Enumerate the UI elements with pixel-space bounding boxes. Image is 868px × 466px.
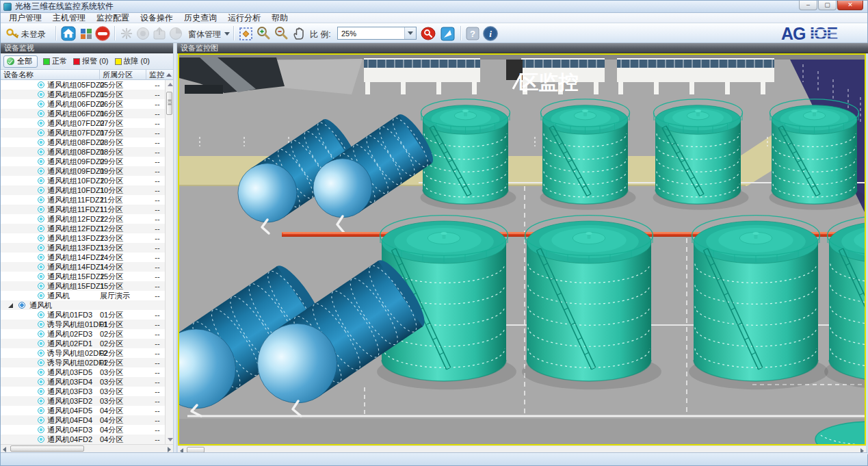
storage-tank-teal[interactable] xyxy=(824,216,865,390)
menu-item-run-analysis[interactable]: 运行分析 xyxy=(222,13,266,23)
storage-tank-teal[interactable] xyxy=(770,99,865,210)
zoom-in-icon[interactable] xyxy=(255,25,272,42)
device-row[interactable]: 通风机组12FDZ212分区-- xyxy=(1,214,165,224)
column-zone[interactable]: 所属分区 xyxy=(100,70,146,80)
select-region-icon[interactable] xyxy=(237,25,254,42)
window-manage-button[interactable]: 窗体管理 xyxy=(188,29,221,40)
device-list-vertical-scrollbar[interactable] xyxy=(165,80,173,444)
filter-fault[interactable]: 故障 (0) xyxy=(115,56,150,66)
device-name: 通风机组05FDZ1 xyxy=(47,90,105,99)
home-icon[interactable] xyxy=(60,25,77,42)
filter-label: 全部 xyxy=(17,56,32,66)
device-row[interactable]: 诱导风机组02DF202分区-- xyxy=(1,348,165,358)
filter-normal[interactable]: 正常 xyxy=(43,56,67,66)
info-icon[interactable]: i xyxy=(482,25,499,42)
device-status-icon xyxy=(38,177,44,184)
minimize-button[interactable]: – xyxy=(799,1,817,10)
device-zone: 13分区 xyxy=(100,233,123,243)
device-row[interactable]: 通风机组15FDZ215分区-- xyxy=(1,272,165,281)
menu-item-user-management[interactable]: 用户管理 xyxy=(3,13,47,23)
device-row[interactable]: 通风机组06FDZ106分区-- xyxy=(1,109,165,118)
device-row[interactable]: 通风机04FD404分区-- xyxy=(1,415,165,425)
device-row[interactable]: 通风机03FD403分区-- xyxy=(1,377,165,387)
filter-all[interactable]: 全部 xyxy=(3,55,38,68)
storage-tank-teal[interactable] xyxy=(653,99,749,210)
device-status-icon xyxy=(38,101,44,107)
scrollbar-thumb[interactable] xyxy=(10,445,84,452)
device-group-row[interactable]: 通风机 xyxy=(1,300,165,310)
chevron-down-icon[interactable] xyxy=(224,32,230,36)
device-row[interactable]: 通风机04FD204分区-- xyxy=(1,435,165,444)
device-row[interactable]: 诱导风机组01DF101分区-- xyxy=(1,320,165,329)
menu-item-help[interactable]: 帮助 xyxy=(266,13,293,23)
device-row[interactable]: 通风机01FD301分区-- xyxy=(1,310,165,320)
device-row[interactable]: 通风机组05FDZ205分区-- xyxy=(1,80,165,90)
column-device-name[interactable]: 设备名称 xyxy=(1,70,100,80)
system-config-icon[interactable] xyxy=(78,25,94,42)
scroll-up-arrow[interactable] xyxy=(168,83,173,86)
scale-dropdown-arrow[interactable] xyxy=(404,27,416,39)
device-row[interactable]: 通风机组10FDZ110分区-- xyxy=(1,185,165,195)
stop-icon[interactable] xyxy=(94,25,111,42)
menu-item-monitor-config[interactable]: 监控配置 xyxy=(91,13,135,23)
column-monitor[interactable]: 监控 xyxy=(146,70,173,80)
menu-item-host-management[interactable]: 主机管理 xyxy=(47,13,91,23)
device-status-icon xyxy=(38,148,44,155)
pan-hand-icon[interactable] xyxy=(291,25,307,42)
device-row[interactable]: 通风机组15FDZ115分区-- xyxy=(1,281,165,291)
device-row[interactable]: 通风机组12FDZ112分区-- xyxy=(1,224,165,233)
maximize-button[interactable]: ▢ xyxy=(818,1,837,10)
device-row[interactable]: 通风机03FD303分区-- xyxy=(1,387,165,396)
device-row[interactable]: 通风机组09FDZ209分区-- xyxy=(1,157,165,166)
menu-item-history-query[interactable]: 历史查询 xyxy=(179,13,222,23)
device-row[interactable]: 通风机组11FDZ211分区-- xyxy=(1,195,165,205)
device-zone: 03分区 xyxy=(100,387,123,396)
locate-icon[interactable] xyxy=(420,25,436,42)
device-row[interactable]: 通风机组09FDZ109分区-- xyxy=(1,166,165,176)
device-row[interactable]: 通风机展厅演示-- xyxy=(1,291,165,300)
scroll-down-arrow[interactable] xyxy=(168,438,173,441)
device-row[interactable]: 通风机组13FDZ213分区-- xyxy=(1,233,165,243)
scene-viewport[interactable]: 区监控 xyxy=(178,53,866,445)
device-list-horizontal-scrollbar[interactable] xyxy=(1,444,173,452)
device-row[interactable]: 通风机组07FDZ107分区-- xyxy=(1,128,165,138)
key-icon[interactable] xyxy=(5,25,21,42)
storage-tank-teal[interactable] xyxy=(522,216,661,390)
scroll-left-arrow[interactable] xyxy=(3,447,6,452)
device-row[interactable]: 通风机组13FDZ113分区-- xyxy=(1,243,165,253)
device-row[interactable]: 通风机03FD203分区-- xyxy=(1,396,165,406)
device-row[interactable]: 通风机组11FDZ111分区-- xyxy=(1,205,165,214)
device-row[interactable]: 通风机组08FDZ108分区-- xyxy=(1,147,165,157)
device-row[interactable]: 通风机04FD304分区-- xyxy=(1,425,165,435)
help-icon[interactable]: ? xyxy=(464,25,481,42)
storage-tank-teal[interactable] xyxy=(540,99,636,210)
device-row[interactable]: 通风机组08FDZ208分区-- xyxy=(1,138,165,147)
scrollbar-thumb[interactable] xyxy=(166,92,172,115)
device-row[interactable]: 通风机04FD504分区-- xyxy=(1,406,165,415)
filter-alarm[interactable]: 报警 (0) xyxy=(73,56,109,66)
device-row[interactable]: 通风机02FD302分区-- xyxy=(1,329,165,339)
device-row[interactable]: 通风机组14FDZ214分区-- xyxy=(1,253,165,262)
device-row[interactable]: 通风机03FD503分区-- xyxy=(1,367,165,377)
close-button[interactable]: ✕ xyxy=(837,1,863,10)
capture-icon[interactable] xyxy=(439,25,456,42)
device-row[interactable]: 通风机组06FDZ206分区-- xyxy=(1,99,165,109)
device-row[interactable]: 通风机02FD102分区-- xyxy=(1,339,165,348)
device-row[interactable]: 通风机组10FDZ210分区-- xyxy=(1,176,165,185)
zoom-out-icon[interactable] xyxy=(273,25,289,42)
login-status-label[interactable]: 未登录 xyxy=(21,29,46,40)
device-status-icon xyxy=(38,263,44,270)
device-name: 通风机04FD4 xyxy=(47,415,92,425)
device-monitor-value: -- xyxy=(148,214,165,224)
storage-tank-teal[interactable] xyxy=(689,216,828,390)
device-row[interactable]: 通风机组05FDZ105分区-- xyxy=(1,90,165,99)
device-row[interactable]: 通风机组07FDZ207分区-- xyxy=(1,118,165,128)
device-row[interactable]: 通风机组14FDZ114分区-- xyxy=(1,262,165,272)
device-row[interactable]: 诱导风机组02DF102分区-- xyxy=(1,358,165,367)
scale-select[interactable]: 25% xyxy=(337,27,417,40)
scroll-right-arrow[interactable] xyxy=(168,447,171,452)
device-zone: 15分区 xyxy=(100,272,123,281)
menu-item-device-operation[interactable]: 设备操作 xyxy=(135,13,179,23)
tree-expander-icon[interactable] xyxy=(8,303,13,308)
storage-tank-teal[interactable] xyxy=(421,99,516,210)
